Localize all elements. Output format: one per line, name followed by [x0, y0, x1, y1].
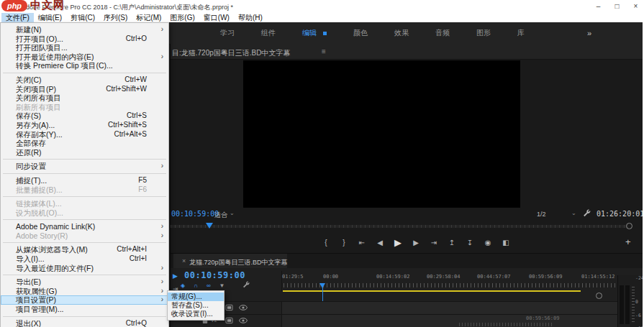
panel-menu-icon[interactable]: ≡ — [322, 47, 326, 55]
panel-menu-icon[interactable]: ≡ — [276, 257, 279, 264]
menu-window[interactable]: 窗口(W) — [199, 13, 234, 22]
file-menu-item[interactable]: 退出(X) Ctrl+Q — [1, 319, 168, 327]
file-menu-item[interactable]: 打开项目(O)... Ctrl+O — [1, 34, 168, 44]
timeline-scroll-handle[interactable] — [596, 293, 602, 299]
audio-meter-scale-ticks — [632, 287, 635, 323]
chevron-down-icon[interactable]: ⌄ — [571, 210, 576, 216]
chevron-down-icon[interactable]: ⌄ — [230, 210, 235, 216]
file-menu-item[interactable]: 另存为(A)... Ctrl+Shift+S — [1, 121, 168, 130]
submenu-arrow-icon: › — [161, 231, 163, 241]
workspace-tab[interactable]: 编辑 — [302, 28, 327, 38]
maximize-button[interactable]: □ — [613, 0, 621, 13]
track-output-eye-icon[interactable] — [239, 318, 248, 323]
play-button[interactable]: ▶ — [394, 237, 402, 248]
file-menu-item[interactable]: 导入最近使用的文件(F) › — [1, 264, 168, 273]
project-settings-submenu: 常规(G)...暂存盘(S)...收录设置(I)... — [167, 290, 225, 321]
program-monitor-title: 目:龙猫.720p国粤日三语.BD中文字幕 — [172, 48, 290, 58]
menu-graphics[interactable]: 图形(G) — [165, 13, 199, 22]
timeline-ruler[interactable]: 00:0000:14:59:0200:29:58:0400:44:57:0700… — [281, 271, 617, 291]
go-to-out-button[interactable]: ⇥ — [430, 239, 438, 247]
file-menu-item[interactable]: 打开团队项目... — [1, 43, 168, 52]
file-menu-item[interactable]: 项目管理(M)... — [1, 305, 168, 314]
file-menu-item[interactable]: 设为脱机(O)... — [1, 208, 168, 218]
menu-edit[interactable]: 编辑(E) — [34, 13, 66, 22]
scrubber-zoom-handle[interactable] — [626, 223, 632, 229]
program-current-timecode[interactable]: 00:10:59:00 — [171, 210, 219, 218]
timeline-settings-wrench-icon[interactable] — [242, 281, 250, 289]
file-menu-item[interactable]: 关闭项目(P) Ctrl+Shift+W — [1, 85, 168, 94]
workspace-tab[interactable]: 组件 — [261, 28, 276, 38]
file-menu-item[interactable]: 导入(I)... Ctrl+I — [1, 254, 168, 264]
track-output-eye-icon[interactable] — [239, 305, 248, 310]
workspace-overflow-chevron[interactable]: » — [587, 29, 591, 37]
file-menu-item[interactable]: 捕捉(T)... F5 — [1, 176, 168, 185]
step-forward-button[interactable]: ▶ — [412, 239, 420, 247]
export-frame-button[interactable]: ◉ — [484, 239, 492, 247]
menu-file[interactable]: 文件(F) — [1, 13, 34, 22]
close-button[interactable]: × — [632, 0, 640, 13]
file-menu-item[interactable]: 导出(E) › — [1, 277, 168, 287]
scrubber-playhead[interactable] — [206, 223, 213, 232]
monitor-settings-wrench-icon[interactable] — [583, 209, 591, 218]
go-to-in-button[interactable]: ⇤ — [358, 239, 366, 247]
workspace-tab[interactable]: 图形 — [476, 28, 491, 38]
program-scrubber[interactable] — [171, 221, 640, 232]
workspace-tab[interactable]: 学习 — [220, 28, 235, 38]
submenu-item-general[interactable]: 常规(G)... — [168, 293, 224, 301]
ruler-tick-label: 00:00 — [323, 274, 338, 280]
file-menu-item[interactable]: 刷新所有项目 — [1, 103, 168, 112]
file-menu-item[interactable]: 链接媒体(L)... — [1, 199, 168, 208]
selection-tool blue[interactable]: ▶ — [173, 272, 178, 280]
file-menu-item[interactable]: 保存(S) Ctrl+S — [1, 111, 168, 121]
track-sync-lock-icon[interactable] — [225, 304, 233, 311]
submenu-item-ingest-settings[interactable]: 收录设置(I)... — [168, 310, 224, 318]
mark-out-button[interactable]: } — [340, 239, 348, 247]
file-menu-item[interactable]: 新建(N) › — [1, 25, 168, 34]
workspace-tab[interactable]: 音频 — [435, 28, 450, 38]
file-menu-item[interactable]: 转换 Premiere Clip 项目(C)... — [1, 61, 168, 70]
track-row[interactable] — [171, 301, 617, 314]
file-menu-item[interactable]: 关闭(C) Ctrl+W — [1, 75, 168, 85]
menu-markers[interactable]: 标记(M) — [132, 13, 165, 22]
shortcut-text: Ctrl+Q — [126, 319, 147, 327]
file-menu-item[interactable]: 获取属性(G) › — [1, 287, 168, 296]
file-menu-item[interactable]: Adobe Dynamic Link(K) › — [1, 222, 168, 231]
comparison-view-button[interactable]: ◧ — [502, 239, 510, 247]
meter-scale-label: 0 — [635, 299, 638, 305]
timeline-current-timecode[interactable]: 00:10:59:00 — [184, 270, 245, 280]
playback-resolution-select[interactable]: 1/2 — [537, 211, 546, 218]
file-menu-item[interactable]: 关闭所有项目 — [1, 93, 168, 103]
menu-sequence[interactable]: 序列(S) — [99, 13, 132, 22]
file-menu-item[interactable]: 还原(R) — [1, 148, 168, 157]
step-back-button[interactable]: ◀ — [376, 239, 384, 247]
add-marker-icon[interactable]: ▼ — [219, 282, 225, 289]
ruler-ticks — [284, 283, 616, 287]
file-menu-item[interactable]: 打开最近使用的内容(E) › — [1, 52, 168, 62]
track-sync-lock-icon[interactable] — [225, 317, 233, 324]
menu-help[interactable]: 帮助(H) — [234, 13, 267, 22]
menu-clip[interactable]: 剪辑(C) — [66, 13, 99, 22]
file-menu-item[interactable]: 全部保存 — [1, 139, 168, 148]
submenu-item-scratch-disks[interactable]: 暂存盘(S)... — [168, 301, 224, 310]
file-menu-item[interactable]: Adobe Story(R) › — [1, 231, 168, 241]
file-menu-item[interactable]: 从媒体浏览器导入(M) Ctrl+Alt+I — [1, 245, 168, 254]
lift-button[interactable]: ↥ — [448, 239, 456, 247]
workspace-tab[interactable]: 库 — [517, 28, 525, 38]
php-logo-text: 中文网 — [30, 0, 65, 12]
workspace-tab[interactable]: 颜色 — [353, 28, 368, 38]
file-menu-item[interactable]: 同步设置 › — [1, 162, 168, 171]
workspace-tab[interactable]: 效果 — [394, 28, 409, 38]
nest-toggle-icon[interactable]: ◈ — [181, 282, 185, 289]
file-menu-item[interactable]: 批量捕捉(B)... F6 — [1, 185, 168, 195]
minimize-button[interactable]: – — [594, 0, 602, 13]
button-editor-plus-button[interactable]: + — [625, 236, 631, 247]
snap-toggle-icon[interactable]: ∩ — [194, 282, 198, 289]
linked-selection-icon[interactable]: ∞ — [207, 282, 211, 289]
file-menu-item-project-settings[interactable]: 项目设置(P) › — [1, 295, 168, 305]
mark-in-button[interactable]: { — [322, 239, 330, 247]
file-menu-item[interactable]: 保存副本(Y)... Ctrl+Alt+S — [1, 130, 168, 139]
close-icon[interactable]: × — [182, 257, 186, 264]
zoom-level-select[interactable]: 适合 — [214, 211, 227, 220]
extract-button[interactable]: ↧ — [466, 239, 474, 247]
sequence-tab[interactable]: × 龙猫.720p国粤日三语.BD中文字幕 ≡ — [173, 254, 287, 268]
